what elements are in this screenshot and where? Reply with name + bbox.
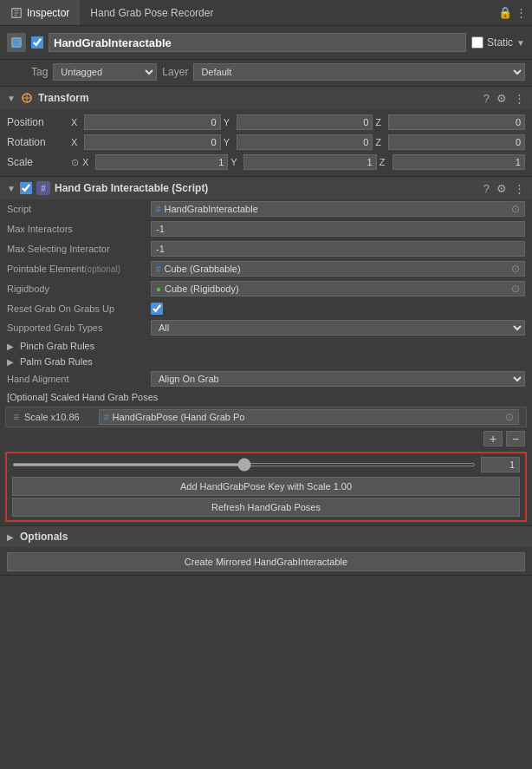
pose-item-field: # HandGrabPose (Hand Grab Po ⊙ [99, 409, 519, 425]
rigidbody-sphere-icon: ● [156, 284, 161, 294]
remove-pose-button[interactable]: − [506, 431, 525, 446]
refresh-button[interactable]: Refresh HandGrab Poses [12, 498, 520, 517]
tag-layer-row: Tag Untagged Layer Default [0, 60, 532, 87]
scale-y-input[interactable] [243, 154, 376, 170]
pos-x-input[interactable] [84, 114, 221, 130]
scale-lock-icon: ⊙ [71, 157, 79, 168]
rigidbody-target-icon[interactable]: ⊙ [511, 283, 520, 295]
rot-z-label: Z [375, 137, 386, 147]
scale-z-input[interactable] [393, 154, 525, 170]
add-key-button[interactable]: Add HandGrabPose Key with Scale 1.00 [12, 477, 520, 496]
position-row: Position X Y Z [7, 113, 525, 132]
reset-grab-row: Reset Grab On Grabs Up [0, 299, 532, 318]
pos-y-label: Y [224, 117, 234, 127]
position-xyz: X Y Z [71, 114, 525, 130]
active-checkbox[interactable] [31, 36, 43, 49]
tab-handgrab-label: Hand Grab Pose Recorder [90, 7, 213, 19]
gameobject-name-input[interactable] [49, 33, 466, 52]
max-interactors-row: Max Interactors [0, 219, 532, 239]
inspector-icon [10, 7, 23, 19]
pose-scale-label: Scale x10.86 [24, 412, 94, 422]
rotation-xyz: X Y Z [71, 134, 525, 150]
script-arrow-icon: ▼ [7, 184, 16, 193]
pointable-label: Pointable Element(optional) [7, 264, 146, 274]
layer-dropdown[interactable]: Default [193, 63, 525, 81]
optionals-section: ▶ Optionals Create Mirrored HandGrabInte… [0, 526, 532, 576]
static-dropdown-icon[interactable]: ▼ [516, 38, 525, 48]
hand-alignment-dropdown[interactable]: Align On Grab [151, 371, 525, 387]
add-remove-row: + − [0, 429, 532, 448]
static-checkbox[interactable] [471, 36, 483, 49]
slider-section: Add HandGrabPose Key with Scale 1.00 Ref… [5, 452, 527, 522]
script-hash-icon: # [156, 205, 161, 214]
transform-settings-icon[interactable]: ⚙ [496, 92, 507, 105]
rot-z-input[interactable] [388, 134, 525, 150]
rigidbody-label: Rigidbody [7, 283, 146, 294]
reset-grab-checkbox[interactable] [151, 303, 163, 315]
create-mirrored-button[interactable]: Create Mirrored HandGrabInteractable [7, 552, 525, 571]
slider-value-input[interactable] [481, 457, 520, 472]
supported-grab-label: Supported Grab Types [7, 323, 146, 333]
rot-y-label: Y [224, 137, 234, 147]
scale-x-input[interactable] [95, 154, 228, 170]
rot-y-input[interactable] [237, 134, 373, 150]
script-section: ▼ # Hand Grab Interactable (Script) ? ⚙ … [0, 177, 532, 526]
pointable-value: Cube (Grabbable) [165, 264, 508, 274]
script-title: Hand Grab Interactable (Script) [55, 182, 479, 194]
pos-y-input[interactable] [237, 114, 373, 130]
inspector-header: Static ▼ [0, 26, 532, 60]
pose-drag-handle-icon: ≡ [13, 411, 19, 423]
max-selecting-input[interactable] [151, 241, 525, 257]
script-content: Script # HandGrabInteractable ⊙ Max Inte… [0, 199, 532, 522]
tab-inspector[interactable]: Inspector [0, 0, 80, 25]
script-help-icon[interactable]: ? [483, 182, 490, 195]
transform-help-icon[interactable]: ? [483, 92, 490, 105]
position-label: Position [7, 116, 68, 128]
pose-hash-icon: # [104, 413, 109, 422]
script-field-label: Script [7, 204, 146, 214]
optionals-section-header[interactable]: ▶ Optionals [0, 526, 532, 547]
scale-slider[interactable] [12, 463, 476, 466]
layer-label: Layer [162, 66, 188, 78]
transform-menu-icon[interactable]: ⋮ [514, 92, 525, 105]
scale-z-label: Z [380, 157, 390, 167]
pos-z-input[interactable] [388, 114, 525, 130]
tag-label: Tag [31, 66, 48, 78]
pose-item-value: HandGrabPose (Hand Grab Po [113, 412, 502, 422]
supported-grab-dropdown[interactable]: All [151, 320, 525, 336]
max-interactors-label: Max Interactors [7, 224, 146, 234]
menu-dots-icon: ⋮ [516, 6, 527, 19]
transform-title: Transform [38, 92, 479, 104]
max-selecting-label: Max Selecting Interactor [7, 244, 146, 254]
static-row: Static ▼ [471, 36, 525, 49]
script-icon: # [36, 181, 50, 195]
transform-controls: ? ⚙ ⋮ [483, 92, 525, 105]
scale-x-label: X [82, 157, 93, 167]
script-section-header[interactable]: ▼ # Hand Grab Interactable (Script) ? ⚙ … [0, 177, 532, 199]
pose-target-icon[interactable]: ⊙ [505, 411, 514, 423]
rot-x-label: X [71, 137, 81, 147]
pinch-grab-row[interactable]: ▶ Pinch Grab Rules [0, 338, 532, 354]
slider-row [12, 457, 520, 472]
pinch-grab-label: Pinch Grab Rules [20, 341, 94, 351]
rigidbody-row: Rigidbody ● Cube (Rigidbody) ⊙ [0, 279, 532, 299]
transform-section: ▼ Transform ? ⚙ ⋮ Position X Y Z [0, 87, 532, 177]
add-pose-button[interactable]: + [483, 431, 503, 446]
max-selecting-row: Max Selecting Interactor [0, 239, 532, 259]
max-interactors-input[interactable] [151, 221, 525, 237]
scaled-poses-label: [Optional] Scaled Hand Grab Poses [7, 392, 158, 402]
tab-handgrab[interactable]: Hand Grab Pose Recorder [80, 0, 224, 25]
pointable-target-icon[interactable]: ⊙ [511, 263, 520, 275]
pose-item-row: ≡ Scale x10.86 # HandGrabPose (Hand Grab… [5, 407, 527, 427]
pointable-hash-icon: # [156, 264, 161, 274]
script-menu-icon[interactable]: ⋮ [514, 182, 525, 195]
pos-z-label: Z [375, 117, 386, 127]
script-active-checkbox[interactable] [20, 182, 32, 194]
transform-section-header[interactable]: ▼ Transform ? ⚙ ⋮ [0, 87, 532, 109]
script-target-icon[interactable]: ⊙ [511, 203, 520, 215]
palm-grab-row[interactable]: ▶ Palm Grab Rules [0, 354, 532, 369]
tag-dropdown[interactable]: Untagged [53, 63, 157, 81]
script-settings-icon[interactable]: ⚙ [496, 182, 507, 195]
scale-y-label: Y [230, 157, 241, 167]
rot-x-input[interactable] [84, 134, 221, 150]
